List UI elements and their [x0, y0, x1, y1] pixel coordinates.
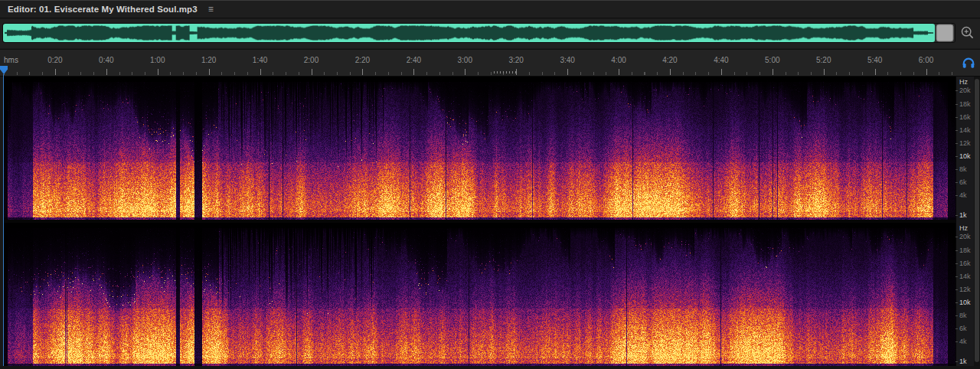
- freq-label: 8k: [959, 312, 967, 319]
- timeline-tick: [465, 69, 466, 75]
- freq-label: 12k: [959, 286, 971, 293]
- freq-label: 1k: [959, 211, 967, 219]
- timeline-tick-label: 5:20: [816, 56, 831, 64]
- timeline-tick-label: 1:20: [201, 56, 216, 64]
- freq-label: 12k: [959, 139, 971, 147]
- timeline-tick: [619, 69, 619, 75]
- timeline-tick-label: 2:40: [407, 56, 421, 64]
- timeline-tick: [106, 69, 107, 75]
- timeline-tick-label: 4:40: [714, 56, 728, 64]
- freq-label: 6k: [959, 178, 967, 186]
- freq-tick: [956, 361, 958, 362]
- freq-scale: Hz20k18k16k14k12k10k8k6k4k1k: [956, 223, 974, 366]
- freq-tick: [956, 263, 958, 264]
- freq-tick: [956, 302, 958, 303]
- freq-tick: [956, 215, 958, 216]
- hz-unit-label: Hz: [959, 78, 968, 86]
- freq-tick: [956, 276, 958, 277]
- timeline-tick: [670, 69, 671, 75]
- freq-label: 18k: [959, 100, 971, 108]
- freq-tick: [956, 315, 958, 316]
- freq-label: 4k: [959, 191, 967, 199]
- freq-tick: [956, 237, 958, 237]
- timeline-tick-label: 0:20: [47, 56, 62, 64]
- freq-tick: [956, 182, 958, 183]
- timeline-tick-label: 3:40: [560, 56, 574, 64]
- timeline-tick-label: 5:40: [867, 56, 882, 64]
- timeline-tick: [413, 69, 414, 75]
- timeline-tick-label: 3:20: [508, 56, 523, 64]
- timeline-tick-label: 6:00: [919, 56, 933, 64]
- freq-tick: [956, 117, 958, 118]
- freq-label: 14k: [959, 126, 971, 134]
- vertical-scrollbar[interactable]: [974, 77, 980, 366]
- freq-tick: [956, 169, 958, 170]
- timeline-tick: [773, 69, 773, 75]
- freq-label: 10k: [959, 299, 971, 306]
- freq-label: 18k: [959, 247, 971, 254]
- timeline-tick: [567, 69, 568, 75]
- freq-label: 20k: [959, 233, 971, 240]
- freq-tick: [956, 143, 958, 144]
- grabber-dots[interactable]: [494, 71, 517, 73]
- freq-label: 8k: [959, 165, 967, 173]
- timeline-tick-label: 3:00: [458, 56, 472, 64]
- freq-label: 16k: [959, 260, 971, 267]
- timeline-tick-label: 1:40: [253, 56, 267, 64]
- panel-menu-icon[interactable]: ≡: [208, 4, 214, 15]
- timeline-tick: [875, 69, 876, 75]
- spectrogram-channel-2[interactable]: [4, 223, 956, 366]
- timeline-tick: [721, 69, 722, 75]
- freq-label: 16k: [959, 113, 971, 121]
- freq-label: 4k: [959, 338, 967, 345]
- bottom-edge: [0, 366, 980, 369]
- timeline-tick: [362, 69, 363, 75]
- timeline-tick: [926, 69, 927, 75]
- editor-titlebar: Editor: 01. Eviscerate My Withered Soul.…: [0, 0, 980, 18]
- freq-label: 14k: [959, 273, 971, 280]
- freq-scale: Hz20k18k16k14k12k10k8k6k4k1k: [956, 77, 974, 220]
- editor-title: Editor: 01. Eviscerate My Withered Soul.…: [8, 5, 198, 14]
- headphones-icon[interactable]: [962, 56, 975, 70]
- freq-tick: [956, 104, 958, 105]
- freq-label: 10k: [959, 152, 971, 160]
- freq-label: 6k: [959, 325, 967, 332]
- playhead-line: [3, 74, 4, 366]
- timeline-tick-label: 2:00: [304, 56, 318, 64]
- timeline-tick-label: 4:00: [611, 56, 626, 64]
- timeline-tick-label: 1:00: [150, 56, 165, 64]
- scrollbar-thumb[interactable]: [975, 79, 979, 362]
- hz-unit-label: Hz: [959, 224, 968, 232]
- freq-tick: [956, 195, 958, 196]
- freq-tick: [956, 90, 958, 91]
- freq-tick: [956, 156, 958, 157]
- freq-label: 20k: [959, 87, 971, 94]
- overview-waveform[interactable]: [2, 23, 956, 43]
- freq-tick: [956, 250, 958, 251]
- freq-tick: [956, 328, 958, 329]
- timeline-tick: [209, 69, 210, 75]
- timebase-label: hms: [4, 56, 18, 64]
- audio-editor-panel: Editor: 01. Eviscerate My Withered Soul.…: [0, 0, 980, 369]
- timeline-tick-label: 2:20: [355, 56, 370, 64]
- timeline-tick: [312, 69, 312, 75]
- zoom-navigate-icon[interactable]: [959, 24, 976, 41]
- timeline-tick: [55, 69, 56, 75]
- timeline-tick-label: 5:00: [765, 56, 779, 64]
- timeline-tick: [158, 69, 158, 75]
- freq-tick: [956, 289, 958, 290]
- timeline-tick: [824, 69, 825, 75]
- freq-tick: [956, 341, 958, 342]
- timeline-tick-label: 4:20: [662, 56, 677, 64]
- minor-ticks: [4, 72, 956, 75]
- freq-label: 1k: [959, 358, 967, 365]
- freq-tick: [956, 130, 958, 131]
- timeline-tick: [260, 69, 261, 75]
- timeline-tick-label: 0:40: [99, 56, 113, 64]
- spectrogram-channel-1[interactable]: [4, 77, 956, 220]
- timeline-ruler[interactable]: hms 0:200:401:001:201:402:002:202:403:00…: [0, 49, 980, 77]
